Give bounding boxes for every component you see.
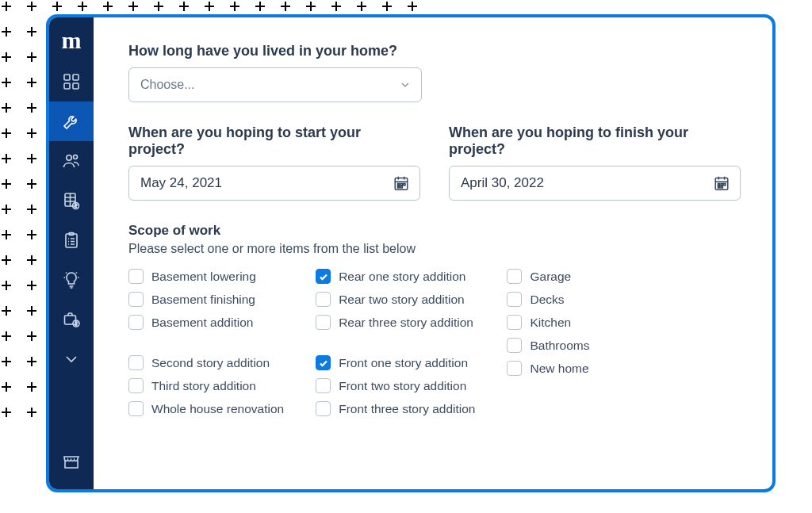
- checkbox-label: Garage: [530, 270, 571, 284]
- scope-checkbox-item[interactable]: Rear three story addition: [316, 315, 475, 330]
- svg-rect-2: [64, 83, 70, 89]
- scope-checkbox-item[interactable]: Bathrooms: [507, 338, 589, 353]
- lightbulb-icon: [62, 270, 81, 289]
- svg-rect-13: [397, 183, 399, 185]
- sidebar-item-clipboard[interactable]: [49, 220, 94, 260]
- svg-rect-19: [718, 183, 719, 185]
- checkbox-label: Kitchen: [530, 316, 571, 330]
- wrench-icon: [62, 112, 81, 131]
- svg-rect-21: [724, 183, 726, 185]
- brand-logo: m: [62, 27, 82, 54]
- sidebar-item-idea[interactable]: [49, 260, 94, 300]
- scope-checkbox-item[interactable]: Second story addition: [128, 355, 284, 370]
- checkbox[interactable]: [507, 292, 522, 307]
- checkbox-label: Third story addition: [151, 379, 256, 393]
- main-content: How long have you lived in your home? Ch…: [94, 17, 772, 489]
- checkbox-label: Rear two story addition: [339, 293, 465, 307]
- scope-checkbox-item[interactable]: Whole house renovation: [128, 401, 284, 416]
- checkbox-label: Second story addition: [151, 356, 270, 370]
- scope-col-3: GarageDecksKitchenBathroomsNew home: [507, 269, 589, 416]
- sidebar-item-more[interactable]: [49, 339, 94, 379]
- sidebar-item-dashboard[interactable]: [49, 62, 94, 101]
- svg-rect-14: [400, 183, 402, 185]
- checkbox[interactable]: [128, 292, 144, 307]
- question-start-label: When are you hoping to start your projec…: [128, 124, 420, 158]
- checkbox-label: Bathrooms: [530, 339, 589, 353]
- scope-checkbox-item[interactable]: Rear one story addition: [316, 269, 475, 284]
- scope-checkbox-item[interactable]: Third story addition: [128, 378, 284, 393]
- svg-point-5: [74, 155, 78, 159]
- lived-duration-select[interactable]: Choose...: [128, 67, 422, 102]
- scope-columns: Basement loweringBasement finishingBasem…: [128, 269, 741, 416]
- scope-checkbox-item[interactable]: Kitchen: [507, 315, 589, 330]
- sidebar-item-people[interactable]: [49, 141, 94, 181]
- start-date-input[interactable]: May 24, 2021: [128, 166, 420, 201]
- checkbox-label: Front three story addition: [339, 402, 475, 416]
- checkbox[interactable]: [316, 315, 331, 330]
- checkbox-label: Rear one story addition: [339, 270, 465, 284]
- calendar-icon: [713, 174, 730, 192]
- chevron-down-icon: [62, 350, 81, 369]
- checkbox-label: Rear three story addition: [339, 316, 473, 330]
- checkbox[interactable]: [128, 355, 144, 370]
- briefcase-dollar-icon: [62, 310, 81, 329]
- checkbox[interactable]: [128, 269, 144, 284]
- storefront-icon: [62, 452, 81, 471]
- svg-rect-0: [64, 75, 70, 80]
- scope-checkbox-item[interactable]: New home: [507, 361, 589, 376]
- scope-subtitle: Please select one or more items from the…: [128, 242, 741, 256]
- scope-checkbox-item[interactable]: Basement addition: [128, 315, 284, 330]
- scope-checkbox-item[interactable]: Basement lowering: [128, 269, 284, 284]
- sidebar-item-tools[interactable]: [49, 101, 94, 141]
- people-icon: [62, 151, 81, 170]
- sidebar-item-storefront[interactable]: [49, 442, 94, 481]
- svg-point-4: [67, 155, 71, 160]
- checkbox-label: Basement lowering: [151, 270, 256, 284]
- scope-title: Scope of work: [128, 223, 741, 239]
- scope-checkbox-item[interactable]: Rear two story addition: [316, 292, 475, 307]
- scope-checkbox-item[interactable]: Decks: [507, 292, 589, 307]
- scope-checkbox-item[interactable]: Basement finishing: [128, 292, 284, 307]
- checkbox[interactable]: [128, 378, 144, 393]
- checkbox[interactable]: [316, 269, 331, 284]
- sidebar-item-shopping-finance[interactable]: [49, 300, 94, 339]
- question-lived-label: How long have you lived in your home?: [128, 43, 741, 59]
- checkbox[interactable]: [316, 378, 331, 393]
- checkbox[interactable]: [128, 315, 144, 330]
- checkbox[interactable]: [128, 401, 144, 416]
- spreadsheet-dollar-icon: [62, 191, 81, 210]
- scope-checkbox-item[interactable]: Front two story addition: [316, 378, 475, 393]
- scope-checkbox-item[interactable]: Front three story addition: [316, 401, 475, 416]
- checkbox-label: Basement finishing: [151, 293, 255, 307]
- checkbox[interactable]: [507, 315, 522, 330]
- svg-rect-23: [721, 186, 722, 188]
- scope-checkbox-item[interactable]: Garage: [507, 269, 589, 284]
- checkbox-label: Front two story addition: [339, 379, 466, 393]
- checkbox[interactable]: [316, 401, 331, 416]
- finish-date-input[interactable]: April 30, 2022: [449, 166, 741, 201]
- checkbox[interactable]: [507, 338, 522, 353]
- question-finish-label: When are you hoping to finish your proje…: [449, 124, 741, 158]
- checkbox[interactable]: [316, 355, 331, 370]
- chevron-down-icon: [400, 80, 410, 90]
- svg-rect-20: [721, 183, 722, 185]
- checkbox[interactable]: [507, 361, 522, 376]
- finish-date-value: April 30, 2022: [461, 175, 544, 191]
- start-date-value: May 24, 2021: [140, 175, 222, 191]
- sidebar-item-pricing[interactable]: [49, 181, 94, 220]
- svg-rect-1: [73, 75, 79, 80]
- checkbox-label: Front one story addition: [339, 356, 468, 370]
- checkbox-label: Decks: [530, 293, 564, 307]
- checkbox-label: New home: [530, 362, 588, 376]
- app-window: m How long have you lived i: [46, 14, 776, 492]
- svg-rect-3: [73, 83, 79, 89]
- svg-rect-8: [66, 234, 77, 247]
- checkbox-label: Basement addition: [151, 316, 253, 330]
- checkbox[interactable]: [316, 292, 331, 307]
- svg-rect-22: [718, 186, 719, 188]
- scope-checkbox-item[interactable]: Front one story addition: [316, 355, 475, 370]
- svg-rect-15: [404, 183, 405, 185]
- checkbox[interactable]: [507, 269, 522, 284]
- svg-rect-16: [397, 186, 399, 188]
- svg-rect-17: [400, 186, 402, 188]
